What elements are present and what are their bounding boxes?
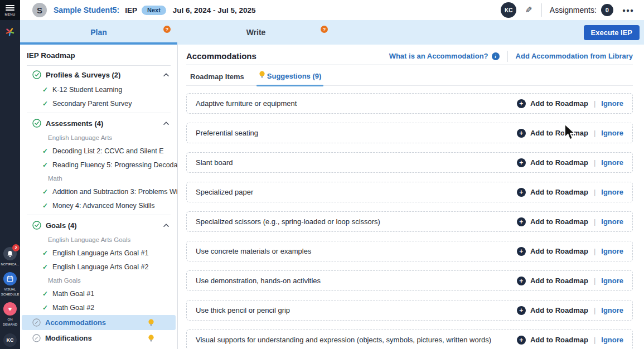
add-to-roadmap-button[interactable]: +Add to Roadmap — [517, 129, 588, 138]
checkmark-icon: ✓ — [42, 100, 48, 108]
roadmap-section[interactable]: Goals (4) — [20, 217, 177, 233]
tree-divider — [27, 113, 171, 113]
roadmap-item[interactable]: ✓Reading Fluency 5: Progressing Decodabl… — [20, 158, 177, 172]
roadmap-item[interactable]: ✓Decoding List 2: CCVC and Silent E — [20, 144, 177, 158]
student-name-link[interactable]: Sample Student5: — [54, 6, 119, 14]
ignore-button[interactable]: Ignore — [601, 217, 623, 226]
plus-icon: + — [517, 99, 526, 108]
chevron-up-icon[interactable] — [163, 72, 170, 77]
roadmap-section[interactable]: Assessments (4) — [20, 115, 177, 131]
roadmap-item-label: Math Goal #1 — [52, 290, 94, 298]
roadmap-item[interactable]: ✓Addition and Subtraction 3: Problems Wi… — [20, 185, 177, 198]
add-to-roadmap-button[interactable]: +Add to Roadmap — [517, 99, 588, 108]
ignore-button[interactable]: Ignore — [601, 99, 623, 108]
add-to-roadmap-button[interactable]: +Add to Roadmap — [517, 158, 588, 167]
iep-roadmap-panel: IEP Roadmap Profiles & Surveys (2) ✓K-12… — [20, 45, 178, 349]
menu-label: MENU — [5, 13, 16, 16]
ignore-button[interactable]: Ignore — [601, 188, 623, 196]
add-to-roadmap-button[interactable]: +Add to Roadmap — [517, 306, 588, 315]
user-avatar[interactable]: KC — [501, 2, 516, 18]
add-to-roadmap-button[interactable]: +Add to Roadmap — [517, 188, 588, 197]
tree-subheading: English Language Arts Goals — [20, 233, 177, 246]
ignore-button[interactable]: Ignore — [601, 306, 623, 314]
menu-button[interactable]: MENU — [0, 0, 20, 20]
action-separator: | — [594, 129, 595, 137]
info-icon[interactable]: i — [492, 52, 500, 60]
iep-date-range: Jul 6, 2024 - Jul 5, 2025 — [173, 6, 256, 14]
add-to-roadmap-label: Add to Roadmap — [530, 99, 588, 108]
accommodations-panel: Accommodations What is an Accommodation?… — [178, 45, 644, 349]
checkmark-icon: ✓ — [42, 147, 48, 155]
suggestions-list: Adaptive furniture or equipment+Add to R… — [186, 93, 633, 349]
add-to-roadmap-button[interactable]: +Add to Roadmap — [517, 336, 588, 345]
edit-pencil-icon[interactable]: ✎ — [525, 5, 532, 15]
suggestion-row: Visual supports for understanding and ex… — [186, 329, 633, 349]
ignore-button[interactable]: Ignore — [601, 336, 623, 344]
visual-schedule-button[interactable]: VISUAL SCHEDULE — [0, 272, 20, 297]
roadmap-leaf-label: Modifications — [45, 334, 92, 342]
iep-status-badge: Next — [142, 6, 166, 15]
add-to-roadmap-label: Add to Roadmap — [530, 217, 588, 226]
roadmap-leaf-modifications[interactable]: Modifications — [22, 331, 176, 346]
action-separator: | — [594, 217, 595, 226]
tree-subheading: Math Goals — [20, 274, 177, 287]
roadmap-item[interactable]: ✓K-12 Student Learning — [20, 83, 177, 96]
action-separator: | — [594, 306, 595, 314]
notifications-button[interactable]: 2 NOTIFICA... — [0, 247, 20, 267]
suggestion-row: Use concrete materials or examples+Add t… — [186, 241, 633, 261]
action-separator: | — [594, 188, 595, 196]
plus-icon: + — [517, 336, 526, 345]
plus-icon: + — [517, 277, 526, 285]
suggestion-label: Slant board — [196, 158, 233, 167]
roadmap-item[interactable]: ✓Money 4: Advanced Money Skills — [20, 198, 177, 212]
what-is-accommodation-link[interactable]: What is an Accommodation? — [389, 52, 488, 60]
checkmark-icon: ✓ — [42, 304, 48, 312]
tab-roadmap-items[interactable]: Roadmap Items — [190, 72, 244, 85]
plus-icon: + — [517, 217, 526, 226]
calendar-icon — [7, 275, 13, 282]
plan-write-tabbar: Plan ? Write ? Execute IEP — [20, 20, 644, 45]
tab-plan[interactable]: Plan ? — [20, 20, 177, 45]
add-accommodation-from-library-link[interactable]: Add Accommodation from Library — [516, 52, 633, 60]
checkmark-icon: ✓ — [42, 188, 48, 196]
roadmap-item-label: Money 4: Advanced Money Skills — [52, 202, 154, 210]
roadmap-item[interactable]: ✓Secondary Parent Survey — [20, 96, 177, 110]
sidebar-user-avatar[interactable]: KC — [3, 333, 17, 347]
execute-iep-button[interactable]: Execute IEP — [584, 25, 640, 40]
checkmark-icon: ✓ — [42, 249, 48, 257]
ignore-button[interactable]: Ignore — [601, 277, 623, 285]
write-help-icon[interactable]: ? — [321, 26, 328, 33]
tab-suggestions[interactable]: Suggestions (9) — [259, 71, 322, 85]
roadmap-title-divider — [27, 65, 171, 66]
plus-icon: + — [517, 129, 526, 138]
ignore-button[interactable]: Ignore — [601, 247, 623, 255]
roadmap-item[interactable]: ✓Math Goal #2 — [20, 300, 177, 314]
roadmap-item[interactable]: ✓Math Goal #1 — [20, 287, 177, 300]
add-to-roadmap-button[interactable]: +Add to Roadmap — [517, 277, 588, 285]
tab-write[interactable]: Write ? — [177, 20, 335, 45]
on-demand-button[interactable]: ♥ ON DEMAND — [0, 302, 20, 327]
roadmap-section[interactable]: Profiles & Surveys (2) — [20, 67, 177, 83]
roadmap-item[interactable]: ✓English Language Arts Goal #2 — [20, 260, 177, 274]
roadmap-item[interactable]: ✓English Language Arts Goal #1 — [20, 246, 177, 260]
add-to-roadmap-button[interactable]: +Add to Roadmap — [517, 247, 588, 256]
app-logo[interactable] — [0, 23, 20, 40]
suggestion-label: Use thick pencil or pencil grip — [196, 306, 290, 314]
plan-help-icon[interactable]: ? — [163, 26, 171, 33]
suggestion-row: Preferential seating+Add to Roadmap|Igno… — [186, 123, 633, 143]
visual-schedule-label: VISUAL SCHEDULE — [0, 287, 20, 297]
checkmark-icon: ✓ — [42, 202, 48, 210]
app-sidebar: MENU 2 NOTIFICA... — [0, 0, 20, 349]
plus-icon: + — [517, 188, 526, 197]
tab-roadmap-items-label: Roadmap Items — [190, 72, 244, 81]
chevron-up-icon[interactable] — [163, 223, 170, 227]
ignore-button[interactable]: Ignore — [601, 129, 623, 137]
add-to-roadmap-button[interactable]: +Add to Roadmap — [517, 217, 588, 226]
accommodations-subtabs: Roadmap Items Suggestions (9) — [186, 70, 633, 86]
ignore-button[interactable]: Ignore — [601, 158, 623, 167]
student-avatar[interactable]: S — [32, 3, 47, 17]
more-options-icon[interactable]: ●●● — [622, 7, 634, 13]
roadmap-leaf-accommodations[interactable]: Accommodations — [22, 315, 176, 330]
assignments-count-badge[interactable]: 0 — [601, 4, 613, 16]
chevron-up-icon[interactable] — [163, 121, 170, 125]
